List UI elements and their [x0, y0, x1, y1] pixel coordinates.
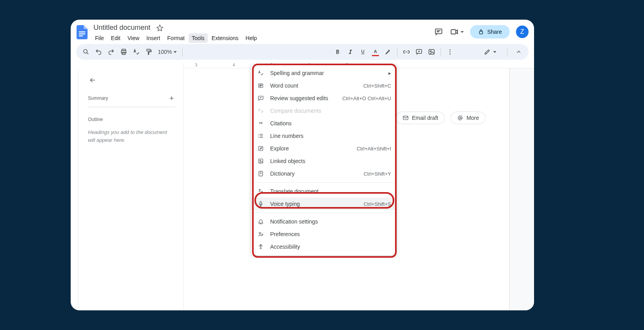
- svg-point-23: [260, 160, 261, 161]
- email-icon: [402, 115, 409, 121]
- ruler-mark: 4: [233, 63, 235, 67]
- menu-separator: [251, 182, 397, 183]
- svg-rect-25: [260, 202, 262, 204]
- menu-item-label: Linked objects: [270, 158, 391, 164]
- zoom-select[interactable]: 100%: [156, 49, 179, 55]
- menu-item-label: Review suggested edits: [270, 95, 338, 101]
- svg-point-6: [84, 50, 87, 53]
- title-area: Untitled document FileEditViewInsertForm…: [92, 23, 260, 43]
- menu-edit[interactable]: Edit: [108, 33, 124, 43]
- chip-more[interactable]: More: [450, 112, 486, 124]
- menu-item-citations[interactable]: Citations: [251, 117, 397, 130]
- outline-empty-text: Headings you add to the document will ap…: [88, 128, 176, 144]
- summary-add-icon[interactable]: [168, 94, 176, 102]
- menu-item-label: Word count: [270, 82, 359, 89]
- paint-format-icon[interactable]: [143, 46, 155, 58]
- search-icon[interactable]: [80, 46, 92, 58]
- print-icon[interactable]: [118, 46, 130, 58]
- italic-icon[interactable]: [344, 46, 356, 58]
- menu-tools[interactable]: Tools: [188, 33, 208, 43]
- svg-rect-10: [147, 49, 150, 51]
- svg-rect-0: [79, 31, 85, 33]
- tools-menu: Spelling and grammar▸Word countCtrl+Shif…: [251, 64, 397, 255]
- svg-point-26: [259, 232, 261, 234]
- menu-item-linked-objects[interactable]: Linked objects: [251, 155, 397, 167]
- undo-icon[interactable]: [93, 46, 104, 58]
- bell-icon: [257, 218, 265, 226]
- menu-item-line-numbers[interactable]: Line numbers: [251, 130, 397, 142]
- menu-extensions[interactable]: Extensions: [209, 33, 242, 43]
- menu-view[interactable]: View: [124, 33, 143, 43]
- menu-help[interactable]: Help: [242, 33, 260, 43]
- smart-chips-row: Email draftMore: [396, 112, 486, 124]
- svg-rect-12: [429, 50, 434, 54]
- bold-icon[interactable]: [332, 46, 344, 58]
- collapse-toolbar-icon[interactable]: [513, 46, 525, 58]
- prefs-icon: [257, 230, 265, 238]
- accessibility-icon: [257, 243, 265, 251]
- line-numbers-icon: [257, 132, 265, 140]
- menu-file[interactable]: File: [92, 33, 107, 43]
- star-button[interactable]: [156, 24, 164, 32]
- add-comment-icon[interactable]: [413, 46, 425, 58]
- at-icon: [457, 115, 463, 121]
- menu-item-accessibility[interactable]: Accessibility: [251, 240, 397, 253]
- compare-icon: [257, 107, 265, 115]
- menu-item-voice-typing[interactable]: Voice typingCtrl+Shift+S: [251, 198, 397, 210]
- header: Untitled document FileEditViewInsertForm…: [71, 20, 534, 44]
- insert-image-icon[interactable]: [426, 46, 437, 58]
- text-color-icon[interactable]: [370, 46, 381, 58]
- svg-point-27: [262, 234, 263, 235]
- menu-item-preferences[interactable]: Preferences: [251, 228, 397, 240]
- video-icon: [450, 27, 459, 37]
- svg-point-15: [450, 51, 451, 53]
- header-right: Share Z: [434, 23, 529, 38]
- spellcheck-icon: [257, 69, 265, 77]
- underline-icon[interactable]: [357, 46, 369, 58]
- menu-item-shortcut: Ctrl+Alt+Shift+I: [357, 146, 391, 152]
- menu-item-label: Dictionary: [270, 170, 360, 177]
- menu-item-translate-document[interactable]: Translate document: [251, 185, 397, 198]
- outline-label: Outline: [88, 117, 176, 122]
- document-title[interactable]: Untitled document: [92, 23, 152, 33]
- editing-mode-button[interactable]: [479, 46, 501, 58]
- insert-link-icon[interactable]: [401, 46, 412, 58]
- avatar[interactable]: Z: [516, 26, 529, 38]
- submenu-arrow-icon: ▸: [388, 70, 391, 76]
- toolbar-wrap: 100%: [71, 44, 534, 63]
- chip-email-draft[interactable]: Email draft: [396, 112, 445, 124]
- menu-item-dictionary[interactable]: DictionaryCtrl+Shift+Y: [251, 167, 397, 180]
- highlight-icon[interactable]: [382, 46, 394, 58]
- svg-rect-4: [451, 30, 456, 34]
- menu-item-shortcut: Ctrl+Shift+Y: [364, 171, 391, 177]
- menu-format[interactable]: Format: [164, 33, 188, 43]
- menu-separator: [251, 213, 397, 213]
- separator: [441, 48, 441, 56]
- meet-button[interactable]: [450, 27, 464, 37]
- menu-item-word-count[interactable]: Word countCtrl+Shift+C: [251, 79, 397, 92]
- svg-point-14: [450, 49, 451, 50]
- menu-item-spelling-and-grammar[interactable]: Spelling and grammar▸: [251, 67, 397, 79]
- outline-back-icon[interactable]: [88, 75, 97, 85]
- redo-icon[interactable]: [105, 46, 117, 58]
- menu-item-review-suggested-edits[interactable]: Review suggested editsCtrl+Alt+O Ctrl+Al…: [251, 92, 397, 104]
- vertical-ruler[interactable]: [71, 68, 79, 310]
- share-button[interactable]: Share: [470, 25, 510, 38]
- app-window: Untitled document FileEditViewInsertForm…: [71, 20, 534, 310]
- separator: [397, 48, 397, 56]
- linked-icon: [257, 157, 265, 165]
- zoom-value: 100%: [158, 49, 172, 55]
- separator: [182, 48, 183, 56]
- menu-insert[interactable]: Insert: [143, 33, 163, 43]
- ruler-mark: 3: [195, 63, 198, 67]
- more-icon[interactable]: [444, 46, 456, 58]
- menu-item-notification-settings[interactable]: Notification settings: [251, 215, 397, 228]
- spellcheck-icon[interactable]: [130, 46, 142, 58]
- chip-label: More: [467, 115, 479, 121]
- menu-item-explore[interactable]: ExploreCtrl+Alt+Shift+I: [251, 142, 397, 155]
- comments-icon[interactable]: [434, 27, 443, 37]
- share-label: Share: [487, 29, 502, 35]
- docs-logo-icon[interactable]: [76, 24, 88, 40]
- review-icon: [257, 94, 265, 102]
- menu-item-label: Spelling and grammar: [270, 70, 388, 76]
